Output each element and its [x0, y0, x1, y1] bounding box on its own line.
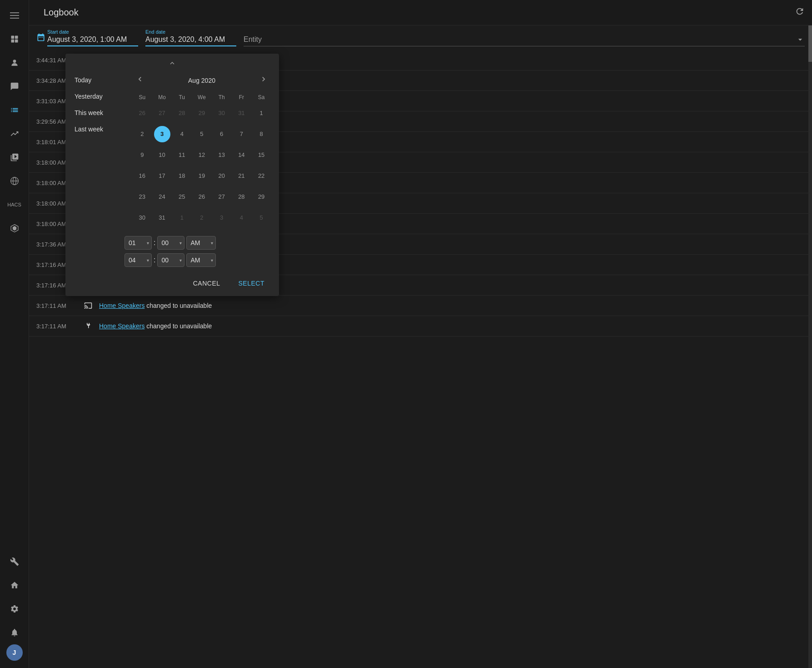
calendar-day-cell[interactable]: 17 [153, 166, 172, 186]
calendar-day-cell[interactable]: 25 [172, 187, 191, 207]
calendar-day-cell[interactable]: 1 [252, 103, 271, 123]
calendar-day-cell[interactable]: 14 [232, 145, 251, 165]
quick-select-today[interactable]: Today [73, 73, 117, 87]
log-text: Home Speakers changed to unavailable [99, 322, 212, 330]
start-period-select[interactable]: AMPM [186, 236, 216, 250]
quick-select-last-week[interactable]: Last week [73, 122, 117, 136]
select-button[interactable]: SELECT [231, 276, 272, 291]
start-date-label: Start date [47, 29, 138, 35]
end-hour-select[interactable]: 01020304 05060708 09101112 [125, 253, 152, 267]
calendar-day-cell[interactable]: 9 [133, 145, 152, 165]
svg-rect-3 [11, 36, 14, 39]
calendar-weekday-header: Mo [153, 92, 172, 102]
calendar-day-cell[interactable]: 3 [153, 124, 172, 144]
sidebar-item-overview[interactable] [4, 28, 25, 50]
calendar-prev-button[interactable] [132, 73, 148, 88]
calendar-day-cell[interactable]: 28 [172, 103, 191, 123]
calendar-day-cell[interactable]: 21 [232, 166, 251, 186]
end-minute-select[interactable]: 00153045 [157, 253, 184, 267]
end-period-select[interactable]: AMPM [186, 253, 216, 267]
calendar-day-cell[interactable]: 3 [212, 208, 231, 228]
start-hour-wrapper: 01020304 05060708 09101112 [125, 236, 152, 250]
scrollbar-thumb[interactable] [808, 25, 812, 62]
quick-select-this-week[interactable]: This week [73, 105, 117, 120]
sidebar-item-chat[interactable] [4, 75, 25, 97]
calendar-grid: SuMoTuWeThFrSa 2627282930311234567891011… [132, 91, 272, 229]
sidebar-menu-icon[interactable] [4, 5, 25, 26]
calendar-day-cell[interactable]: 27 [212, 187, 231, 207]
calendar-day-cell[interactable]: 22 [252, 166, 271, 186]
calendar-day-cell[interactable]: 12 [192, 145, 211, 165]
calendar-day-cell[interactable]: 11 [172, 145, 191, 165]
calendar-day-cell[interactable]: 10 [153, 145, 172, 165]
calendar-day-cell[interactable]: 26 [192, 187, 211, 207]
calendar-next-button[interactable] [255, 73, 272, 88]
calendar-day-cell[interactable]: 29 [192, 103, 211, 123]
sidebar-item-notifications[interactable] [4, 622, 25, 643]
quick-select-yesterday[interactable]: Yesterday [73, 89, 117, 104]
calendar-day-cell[interactable]: 19 [192, 166, 211, 186]
calendar-day-cell[interactable]: 28 [232, 187, 251, 207]
log-entity-link[interactable]: Home Speakers [99, 302, 144, 309]
end-date-value: August 3, 2020, 4:00 AM [145, 35, 236, 46]
sidebar-item-map[interactable] [4, 170, 25, 192]
svg-rect-6 [15, 40, 18, 43]
sidebar-item-history[interactable] [4, 123, 25, 145]
calendar-day-cell[interactable]: 20 [212, 166, 231, 186]
calendar-day-cell[interactable]: 23 [133, 187, 152, 207]
calendar-day-cell[interactable]: 13 [212, 145, 231, 165]
calendar-weekday-header: Sa [252, 92, 271, 102]
calendar-day-cell[interactable]: 4 [172, 124, 191, 144]
end-date-field[interactable]: End date August 3, 2020, 4:00 AM [145, 29, 236, 46]
cancel-button[interactable]: CANCEL [186, 276, 228, 291]
user-avatar[interactable]: J [6, 644, 23, 661]
calendar-day-cell[interactable]: 26 [133, 103, 152, 123]
start-minute-select[interactable]: 00153045 [157, 236, 184, 250]
sidebar-item-hacs[interactable]: HACS [4, 194, 25, 216]
calendar-collapse-button[interactable] [65, 57, 279, 69]
calendar-day-cell[interactable]: 15 [252, 145, 271, 165]
calendar-day-cell[interactable]: 8 [252, 124, 271, 144]
sidebar: HACS J [0, 0, 29, 668]
calendar-day-cell[interactable]: 30 [133, 208, 152, 228]
calendar-day-cell[interactable]: 4 [232, 208, 251, 228]
calendar-day-cell[interactable]: 5 [252, 208, 271, 228]
calendar-day-cell[interactable]: 30 [212, 103, 231, 123]
calendar-day-cell[interactable]: 24 [153, 187, 172, 207]
topbar: Logbook [29, 0, 812, 25]
sidebar-item-logbook[interactable] [4, 99, 25, 121]
calendar-day-cell[interactable]: 2 [192, 208, 211, 228]
calendar-day-cell[interactable]: 2 [133, 124, 152, 144]
calendar-weekday-header: Tu [172, 92, 191, 102]
sidebar-item-settings[interactable] [4, 598, 25, 620]
start-hour-select[interactable]: 01020304 05060708 09101112 [125, 236, 152, 250]
list-item: 3:17:11 AMHome Speakers changed to unava… [29, 316, 812, 337]
calendar-day-cell[interactable]: 31 [232, 103, 251, 123]
svg-marker-12 [12, 226, 16, 231]
calendar-day-cell[interactable]: 1 [172, 208, 191, 228]
start-date-field[interactable]: Start date August 3, 2020, 1:00 AM [47, 29, 138, 46]
svg-point-7 [13, 60, 16, 63]
sidebar-item-vscode[interactable] [4, 217, 25, 239]
start-time-colon: : [154, 239, 155, 247]
svg-rect-5 [11, 40, 14, 43]
refresh-button[interactable] [795, 6, 805, 19]
calendar-day-cell[interactable]: 6 [212, 124, 231, 144]
calendar-weekday-header: Su [133, 92, 152, 102]
calendar-day-cell[interactable]: 27 [153, 103, 172, 123]
calendar-day-cell[interactable]: 18 [172, 166, 191, 186]
sidebar-item-person[interactable] [4, 52, 25, 74]
sidebar-item-media[interactable] [4, 146, 25, 168]
calendar-day-cell[interactable]: 16 [133, 166, 152, 186]
sidebar-item-home[interactable] [4, 574, 25, 596]
svg-rect-2 [10, 18, 19, 19]
scrollbar[interactable] [808, 25, 812, 668]
list-item: 3:17:11 AMHome Speakers changed to unava… [29, 296, 812, 316]
calendar-day-cell[interactable]: 31 [153, 208, 172, 228]
entity-select[interactable]: Entity [244, 35, 805, 46]
log-entity-link[interactable]: Home Speakers [99, 322, 144, 330]
calendar-day-cell[interactable]: 5 [192, 124, 211, 144]
calendar-day-cell[interactable]: 7 [232, 124, 251, 144]
calendar-day-cell[interactable]: 29 [252, 187, 271, 207]
sidebar-item-tools[interactable] [4, 551, 25, 573]
